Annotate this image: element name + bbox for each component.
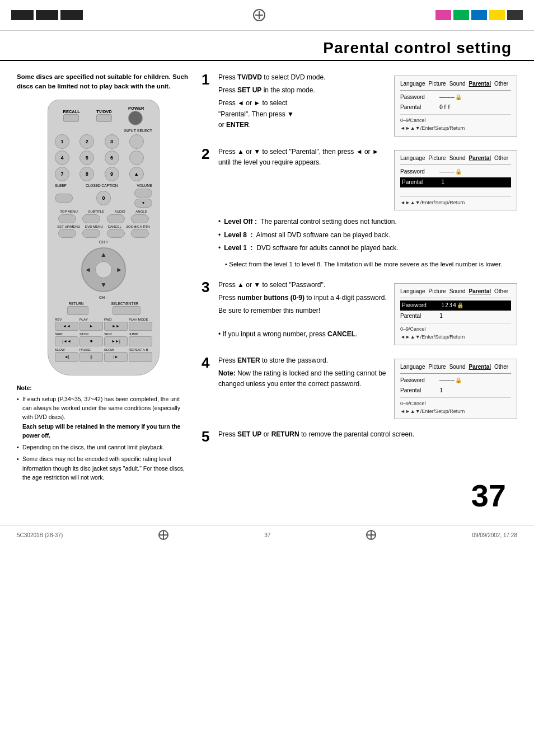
menu-tab-language-1: Language	[400, 79, 425, 88]
btn-input-select[interactable]	[129, 134, 144, 149]
page-title: Parental control setting	[323, 39, 512, 57]
return-label: RETURN	[68, 302, 83, 306]
setup-buttons-row	[55, 229, 152, 238]
menu-row-password-4: Password ————🔒	[400, 376, 511, 385]
menu-tab-parental-4: Parental	[469, 363, 491, 372]
level-note: • Select from the level 1 to level 8. Th…	[225, 259, 517, 269]
fwd-button[interactable]: ►►	[104, 322, 128, 331]
step-5: 5 Press SET UP or RETURN to remove the p…	[202, 429, 517, 444]
nav-right-arrow[interactable]: ►	[116, 266, 123, 274]
btn-5[interactable]: 5	[79, 151, 94, 165]
btn-7[interactable]: 7	[55, 167, 69, 181]
btn-up-arr[interactable]: ▲	[129, 167, 144, 181]
btn-vol-down[interactable]: ▼	[134, 199, 152, 208]
menu-tab-language-2: Language	[400, 154, 425, 163]
btn-cc[interactable]	[134, 189, 152, 198]
menu-footer-cancel-3: 0–9/Cancel	[400, 325, 511, 333]
menu-box-2: Language Picture Sound Parental Other Pa…	[394, 150, 517, 210]
slow-fwd-button[interactable]: |►	[104, 352, 128, 362]
nav-left-arrow[interactable]: ◄	[85, 266, 91, 274]
power-button[interactable]	[128, 111, 143, 125]
btn-8[interactable]: 8	[79, 167, 94, 181]
level-list: Level Off : The parental control setting…	[218, 216, 517, 253]
btn-3[interactable]: 3	[105, 134, 119, 149]
menu-tab-parental-3: Parental	[469, 287, 491, 296]
btn-0[interactable]: 0	[96, 191, 111, 205]
menu-footer-nav-4: ◄►▲▼/Enter/Setup/Return	[400, 407, 511, 415]
step-2-content: Press ▲ or ▼ to select "Parental", then …	[218, 147, 517, 270]
subtitle-button[interactable]	[82, 214, 100, 223]
pause-button[interactable]: ||	[79, 352, 103, 362]
nav-center[interactable]	[95, 261, 112, 278]
note-item-1: If each setup (P.34~35, 37~42) has been …	[17, 395, 190, 440]
skip-back-button[interactable]: |◄◄	[55, 336, 78, 346]
number-grid: 1 2 3 4 5 6 7 8 9 ▲	[55, 134, 152, 181]
menu-labels-row: TOP MENU SUBTITLE AUDIO ANGLE	[55, 210, 152, 213]
sleep-button[interactable]	[55, 194, 73, 203]
input-select-label: INPUT SELECT	[55, 129, 152, 133]
level-1-item: Level 1 : DVD software for adults cannot…	[218, 242, 517, 253]
play-mode-button[interactable]	[129, 322, 152, 331]
nav-down-arrow[interactable]: ▼	[100, 281, 107, 289]
step-4-content: Press ENTER to store the password. Note:…	[218, 355, 517, 420]
btn-6[interactable]: 6	[105, 151, 119, 165]
top-bar-center	[83, 9, 435, 21]
setup-menu-label: SET UP/MENU	[57, 225, 80, 228]
step-3-text: Press ▲ or ▼ to select "Password". Press…	[218, 280, 388, 342]
menu-label-parental-3: Parental	[400, 312, 434, 321]
btn-game[interactable]	[129, 151, 144, 165]
step-1-menu: Language Picture Sound Parental Other Pa…	[394, 72, 517, 137]
menu-tab-language-3: Language	[400, 287, 425, 296]
nav-circle: ▲ ◄ ► ▼	[81, 247, 126, 292]
menu-label-parental-4: Parental	[400, 386, 434, 395]
page-number-area: 37	[202, 477, 517, 514]
note-title: Note:	[17, 383, 190, 392]
btn-1[interactable]: 1	[55, 134, 69, 149]
top-bar-right-blocks	[435, 10, 523, 20]
cancel-button[interactable]	[107, 229, 125, 238]
step-4-number: 4	[202, 355, 214, 370]
setup-button[interactable]	[58, 229, 76, 238]
menu-header-2: Language Picture Sound Parental Other	[400, 154, 511, 165]
menu-value-password-4: ————🔒	[439, 376, 462, 385]
tvdvd-button[interactable]	[96, 114, 112, 122]
fwd-label: FWD	[104, 318, 128, 321]
jump-button[interactable]	[129, 336, 152, 346]
menu-tab-sound-1: Sound	[449, 79, 466, 88]
step-3-content: Press ▲ or ▼ to select "Password". Press…	[218, 280, 517, 345]
select-enter-button[interactable]	[113, 306, 140, 315]
top-menu-button[interactable]	[58, 214, 76, 223]
menu-value-parental-2: 1	[441, 178, 445, 187]
btn-4[interactable]: 4	[55, 151, 69, 165]
step-3: 3 Press ▲ or ▼ to select "Password". Pre…	[202, 280, 517, 345]
repeat-ab-button[interactable]	[129, 352, 152, 362]
recall-button[interactable]	[63, 114, 79, 122]
menu-value-password-1: ————🔒	[439, 93, 462, 102]
nav-up-arrow[interactable]: ▲	[100, 251, 107, 259]
zoom-button[interactable]	[131, 229, 149, 238]
page-number: 37	[471, 478, 506, 513]
menu-footer-4: 0–9/Cancel ◄►▲▼/Enter/Setup/Return	[400, 397, 511, 416]
menu-label-password-3: Password	[402, 301, 435, 310]
step-2-menu: Language Picture Sound Parental Other Pa…	[394, 147, 517, 210]
skip-fwd-button[interactable]: ►►|	[104, 336, 128, 346]
btn-9[interactable]: 9	[105, 167, 119, 181]
audio-button[interactable]	[107, 214, 125, 223]
dvd-menu-button[interactable]	[82, 229, 100, 238]
angle-button[interactable]	[131, 214, 149, 223]
return-button[interactable]	[67, 306, 88, 315]
play-mode-label: PLAY MODE	[129, 318, 152, 321]
footer-center-crosshair2	[366, 530, 376, 540]
play-button[interactable]: ►	[79, 322, 103, 331]
color-block-pink	[435, 10, 451, 20]
tvdvd-label: TV/DVD	[96, 109, 112, 114]
slow-back-button[interactable]: ◄|	[55, 352, 78, 362]
menu-tab-picture-4: Picture	[429, 363, 446, 372]
menu-row-parental-2: Parental 1	[400, 177, 511, 187]
rev-button[interactable]: ◄◄	[55, 322, 78, 331]
select-enter-label: SELECT/ENTER	[111, 302, 138, 306]
play-label: PLAY	[79, 318, 103, 321]
btn-2[interactable]: 2	[79, 134, 94, 149]
step-5-text: Press SET UP or RETURN to remove the par…	[218, 429, 517, 440]
stop-button[interactable]: ■	[79, 336, 103, 346]
